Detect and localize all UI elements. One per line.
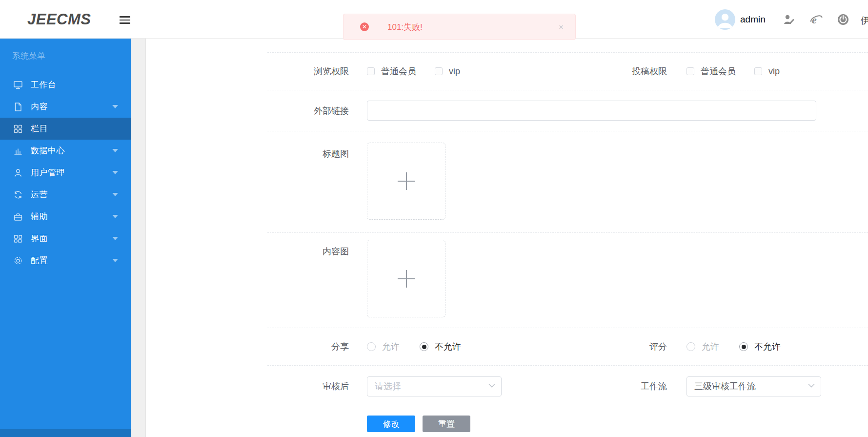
avatar[interactable] xyxy=(715,9,735,30)
content-image-upload-box[interactable] xyxy=(367,240,445,317)
sidebar-item-content[interactable]: 内容 xyxy=(0,96,131,118)
sidebar-item-workbench[interactable]: 工作台 xyxy=(0,74,131,96)
sidebar-footer-bar xyxy=(0,429,131,437)
checkbox-icon xyxy=(435,67,443,75)
sidebar-item-label: 配置 xyxy=(31,255,48,266)
contribute-permission-label: 投稿权限 xyxy=(632,65,667,77)
form-row-external-link: 外部链接 xyxy=(267,90,868,131)
radio-icon xyxy=(686,342,695,351)
share-allow-radio[interactable]: 允许 xyxy=(367,341,400,353)
chevron-down-icon xyxy=(112,259,118,262)
monitor-icon xyxy=(13,80,23,90)
form-row-permissions: 浏览权限 普通会员 vip 投稿权限 普通会员 vi xyxy=(267,53,868,90)
user-icon xyxy=(13,168,23,178)
sidebar-item-user-management[interactable]: 用户管理 xyxy=(0,162,131,184)
chevron-down-icon xyxy=(112,105,118,108)
power-logout-icon[interactable] xyxy=(837,13,849,26)
form-row-spacer xyxy=(267,39,868,53)
grid-icon xyxy=(13,124,23,134)
bar-chart-icon xyxy=(13,146,23,156)
radio-icon xyxy=(739,342,748,351)
contribute-permission-member-checkbox[interactable]: 普通会员 xyxy=(686,65,736,77)
submit-button[interactable]: 修改 xyxy=(367,416,415,432)
checkbox-label: 普通会员 xyxy=(381,65,416,77)
radio-label: 不允许 xyxy=(435,341,461,353)
sidebar-item-label: 栏目 xyxy=(31,123,48,134)
plus-icon xyxy=(398,172,415,190)
chevron-down-icon xyxy=(112,149,118,152)
select-placeholder: 请选择 xyxy=(375,380,401,392)
external-link-input[interactable] xyxy=(367,101,816,121)
contribute-permission-vip-checkbox[interactable]: vip xyxy=(754,66,780,77)
radio-icon xyxy=(420,342,428,351)
edit-profile-icon[interactable] xyxy=(783,13,795,26)
browse-permission-member-checkbox[interactable]: 普通会员 xyxy=(367,65,416,77)
title-image-upload-box[interactable] xyxy=(367,143,445,220)
sidebar-item-label: 运营 xyxy=(31,189,48,200)
radio-label: 不允许 xyxy=(754,341,781,353)
sidebar: 系统菜单 工作台 内容 栏目 数据中心 xyxy=(0,39,131,437)
rating-deny-radio[interactable]: 不允许 xyxy=(739,341,781,353)
share-label: 分享 xyxy=(331,341,349,353)
chevron-down-icon xyxy=(112,193,118,196)
rating-label: 评分 xyxy=(649,341,667,353)
toast-message: 101:失败! xyxy=(387,21,423,33)
checkbox-label: vip xyxy=(449,66,460,77)
layout-icon xyxy=(13,234,23,244)
toast-close-icon[interactable]: × xyxy=(559,22,564,32)
external-link-label: 外部链接 xyxy=(314,105,349,117)
chevron-down-icon xyxy=(112,171,118,174)
sidebar-item-label: 内容 xyxy=(31,101,48,112)
browse-permission-label: 浏览权限 xyxy=(314,65,349,77)
chevron-down-icon xyxy=(112,237,118,240)
sidebar-item-label: 工作台 xyxy=(31,79,57,90)
chevron-down-icon xyxy=(488,383,495,388)
sidebar-item-columns[interactable]: 栏目 xyxy=(0,118,131,140)
title-image-label: 标题图 xyxy=(267,148,349,160)
reset-button[interactable]: 重置 xyxy=(423,416,470,432)
sidebar-item-auxiliary[interactable]: 辅助 xyxy=(0,206,131,228)
checkbox-icon xyxy=(686,67,694,75)
sidebar-item-label: 界面 xyxy=(31,233,48,244)
radio-label: 允许 xyxy=(382,341,400,353)
after-audit-select[interactable]: 请选择 xyxy=(367,376,502,396)
form-row-selects: 审核后 请选择 工作流 三级审核工作流 xyxy=(267,366,868,416)
document-icon xyxy=(13,102,23,112)
workflow-label: 工作流 xyxy=(641,380,667,392)
browse-permission-vip-checkbox[interactable]: vip xyxy=(435,66,460,77)
username-label[interactable]: admin xyxy=(740,14,766,25)
svg-text:e: e xyxy=(812,14,817,26)
form-row-share-rating: 分享 允许 不允许 评分 允许 不允许 xyxy=(267,328,868,366)
form-row-title-image: 标题图 xyxy=(267,131,868,233)
sidebar-item-label: 用户管理 xyxy=(31,167,65,178)
workflow-select[interactable]: 三级审核工作流 xyxy=(686,376,821,396)
clipped-header-text: 伊 xyxy=(861,14,868,27)
hamburger-menu-icon[interactable] xyxy=(120,14,131,25)
error-toast: ✕ 101:失败! × xyxy=(343,14,576,40)
toolbox-icon xyxy=(13,212,23,222)
error-circle-icon: ✕ xyxy=(360,22,369,31)
sidebar-item-operations[interactable]: 运营 xyxy=(0,184,131,206)
select-value: 三级审核工作流 xyxy=(694,380,756,392)
rating-allow-radio[interactable]: 允许 xyxy=(686,341,719,353)
browser-ie-icon[interactable]: e xyxy=(810,13,823,26)
radio-label: 允许 xyxy=(702,341,719,353)
share-deny-radio[interactable]: 不允许 xyxy=(420,341,461,353)
checkbox-label: 普通会员 xyxy=(701,65,736,77)
jeecms-logo: JEECMS xyxy=(27,11,91,28)
chevron-down-icon xyxy=(808,383,815,388)
sidebar-section-title: 系统菜单 xyxy=(0,39,131,74)
sidebar-item-data-center[interactable]: 数据中心 xyxy=(0,140,131,162)
sidebar-item-interface[interactable]: 界面 xyxy=(0,228,131,250)
chevron-down-icon xyxy=(112,215,118,218)
sidebar-item-settings[interactable]: 配置 xyxy=(0,250,131,271)
person-silhouette-icon xyxy=(715,9,735,30)
plus-icon xyxy=(398,270,415,288)
radio-icon xyxy=(367,342,376,351)
sidebar-item-label: 数据中心 xyxy=(31,145,65,156)
sidebar-item-label: 辅助 xyxy=(31,211,48,222)
checkbox-icon xyxy=(754,67,762,75)
secondary-rail xyxy=(131,39,146,437)
column-edit-form: 浏览权限 普通会员 vip 投稿权限 普通会员 vi xyxy=(267,39,868,437)
user-menu[interactable]: admin xyxy=(715,9,766,30)
